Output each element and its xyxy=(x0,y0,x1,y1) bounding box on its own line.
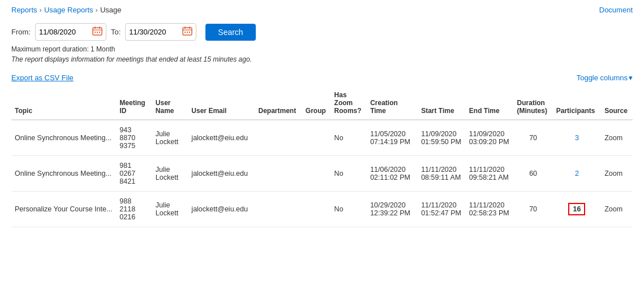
breadcrumb-sep-1: › xyxy=(40,6,42,14)
cell-creation-time: 11/05/2020 07:14:19 PM xyxy=(367,120,418,156)
participants-highlighted: 16 xyxy=(568,203,585,215)
document-link[interactable]: Document xyxy=(599,6,633,14)
cell-source: Zoom xyxy=(601,120,633,156)
col-header-topic: Topic xyxy=(11,88,116,120)
to-date-input[interactable] xyxy=(129,28,180,36)
display-note-info: The report displays information for meet… xyxy=(11,55,633,63)
cell-has-zoom: No xyxy=(331,192,367,227)
breadcrumb-sep-2: › xyxy=(96,6,98,14)
svg-rect-4 xyxy=(95,32,96,33)
svg-rect-6 xyxy=(99,32,100,33)
col-header-user-name: User Name xyxy=(152,88,188,120)
actions-row: Export as CSV File Toggle columns ▾ xyxy=(11,73,633,82)
cell-has-zoom: No xyxy=(331,120,367,156)
cell-participants: 3 xyxy=(553,120,601,156)
col-header-source: Source xyxy=(601,88,633,120)
cell-user-name: Julie Lockett xyxy=(152,156,188,192)
table-row: Online Synchronous Meeting... 943 8870 9… xyxy=(11,120,633,156)
svg-rect-12 xyxy=(187,32,188,33)
col-header-department: Department xyxy=(255,88,302,120)
cell-end-time: 11/11/2020 09:58:21 AM xyxy=(466,156,514,192)
svg-rect-7 xyxy=(183,28,192,35)
cell-start-time: 11/09/2020 01:59:50 PM xyxy=(418,120,466,156)
to-calendar-icon[interactable] xyxy=(182,26,192,38)
chevron-down-icon: ▾ xyxy=(629,73,633,82)
from-date-wrapper xyxy=(35,23,106,41)
breadcrumb: Reports › Usage Reports › Usage Document xyxy=(11,6,633,14)
cell-source: Zoom xyxy=(601,156,633,192)
table-header-row: Topic Meeting ID User Name User Email De… xyxy=(11,88,633,120)
cell-participants: 2 xyxy=(553,156,601,192)
svg-rect-0 xyxy=(93,28,102,35)
cell-start-time: 11/11/2020 01:52:47 PM xyxy=(418,192,466,227)
col-header-user-email: User Email xyxy=(188,88,255,120)
cell-duration: 70 xyxy=(514,192,553,227)
cell-topic: Online Synchronous Meeting... xyxy=(11,156,116,192)
svg-rect-11 xyxy=(184,32,186,33)
breadcrumb-current: Usage xyxy=(100,6,122,14)
toggle-columns-label: Toggle columns xyxy=(577,73,628,82)
cell-department xyxy=(255,192,302,227)
col-header-participants: Participants xyxy=(553,88,601,120)
cell-group xyxy=(302,120,331,156)
breadcrumb-reports-link[interactable]: Reports xyxy=(11,6,37,14)
to-label: To: xyxy=(111,28,121,36)
date-filter-row: From: To: xyxy=(11,23,633,41)
cell-meeting-id: 988 2118 0216 xyxy=(116,192,152,227)
cell-topic: Online Synchronous Meeting... xyxy=(11,120,116,156)
col-header-duration: Duration (Minutes) xyxy=(514,88,553,120)
cell-user-email: jalockett@eiu.edu xyxy=(188,156,255,192)
toggle-columns-button[interactable]: Toggle columns ▾ xyxy=(577,73,633,82)
cell-department xyxy=(255,156,302,192)
max-duration-info: Maximum report duration: 1 Month xyxy=(11,45,633,53)
from-label: From: xyxy=(11,28,31,36)
cell-user-name: Julie Lockett xyxy=(152,120,188,156)
export-csv-link[interactable]: Export as CSV File xyxy=(11,73,74,82)
cell-creation-time: 10/29/2020 12:39:22 PM xyxy=(367,192,418,227)
col-header-creation-time: Creation Time xyxy=(367,88,418,120)
cell-topic: Personalize Your Course Inte... xyxy=(11,192,116,227)
cell-end-time: 11/09/2020 03:09:20 PM xyxy=(466,120,514,156)
to-date-wrapper xyxy=(125,23,196,41)
cell-start-time: 11/11/2020 08:59:11 AM xyxy=(418,156,466,192)
cell-duration: 70 xyxy=(514,120,553,156)
cell-user-email: jalockett@eiu.edu xyxy=(188,120,255,156)
col-header-group: Group xyxy=(302,88,331,120)
from-date-input[interactable] xyxy=(39,28,90,36)
svg-rect-13 xyxy=(189,32,190,33)
usage-table: Topic Meeting ID User Name User Email De… xyxy=(11,88,633,227)
cell-participants: 16 xyxy=(553,192,601,227)
from-calendar-icon[interactable] xyxy=(92,26,102,38)
cell-group xyxy=(302,156,331,192)
cell-source: Zoom xyxy=(601,192,633,227)
cell-user-name: Julie Lockett xyxy=(152,192,188,227)
cell-duration: 60 xyxy=(514,156,553,192)
col-header-end-time: End Time xyxy=(466,88,514,120)
col-header-start-time: Start Time xyxy=(418,88,466,120)
svg-rect-5 xyxy=(97,32,98,33)
col-header-meeting-id: Meeting ID xyxy=(116,88,152,120)
participants-link[interactable]: 3 xyxy=(575,134,579,142)
cell-department xyxy=(255,120,302,156)
search-button[interactable]: Search xyxy=(205,24,255,41)
cell-meeting-id: 943 8870 9375 xyxy=(116,120,152,156)
table-row: Personalize Your Course Inte... 988 2118… xyxy=(11,192,633,227)
cell-user-email: jalockett@eiu.edu xyxy=(188,192,255,227)
table-row: Online Synchronous Meeting... 981 0267 8… xyxy=(11,156,633,192)
cell-creation-time: 11/06/2020 02:11:02 PM xyxy=(367,156,418,192)
col-header-has-zoom: Has Zoom Rooms? xyxy=(331,88,367,120)
participants-link[interactable]: 2 xyxy=(575,170,579,177)
cell-has-zoom: No xyxy=(331,156,367,192)
cell-end-time: 11/11/2020 02:58:23 PM xyxy=(466,192,514,227)
cell-meeting-id: 981 0267 8421 xyxy=(116,156,152,192)
breadcrumb-usage-reports-link[interactable]: Usage Reports xyxy=(44,6,93,14)
cell-group xyxy=(302,192,331,227)
